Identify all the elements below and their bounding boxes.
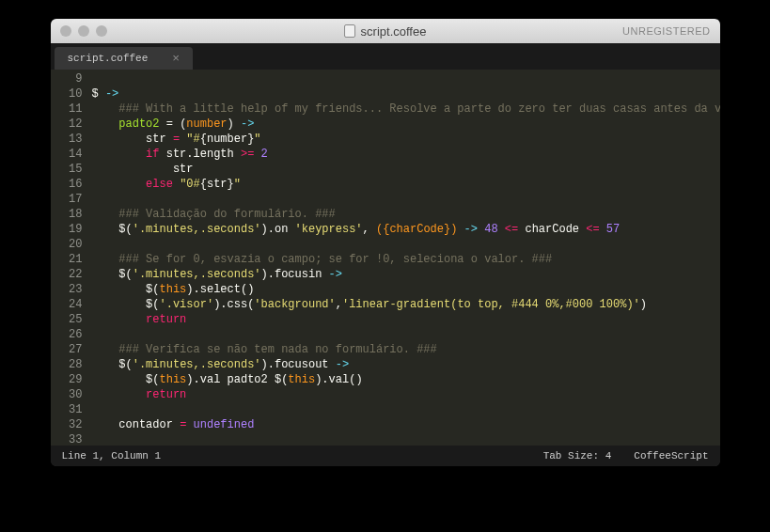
line-number: 24 xyxy=(53,297,83,312)
code-line[interactable] xyxy=(90,327,720,342)
code-line[interactable]: $('.visor').css('background','linear-gra… xyxy=(90,297,720,312)
code-line[interactable]: if str.length >= 2 xyxy=(90,147,720,162)
code-line[interactable]: $('.minutes,.seconds').focusout -> xyxy=(90,357,720,372)
line-number: 10 xyxy=(53,86,83,102)
line-number: 14 xyxy=(53,147,83,162)
code-line[interactable]: $('.minutes,.seconds').focusin -> xyxy=(90,267,720,282)
line-number: 19 xyxy=(53,222,83,237)
line-number: 26 xyxy=(53,327,83,342)
line-number: 20 xyxy=(53,237,83,252)
code-line[interactable]: $(this).select() xyxy=(90,282,720,297)
window-title: script.coffee xyxy=(344,24,427,39)
line-number: 15 xyxy=(53,162,83,177)
tab-size-selector[interactable]: Tab Size: 4 xyxy=(543,450,612,462)
close-icon[interactable]: × xyxy=(172,52,180,66)
tab-script-coffee[interactable]: script.coffee × xyxy=(55,47,194,70)
editor-area[interactable]: 9101112131415161718192021222324252627282… xyxy=(51,70,720,446)
traffic-lights xyxy=(60,25,107,37)
line-number: 30 xyxy=(53,387,83,402)
tabbar: script.coffee × xyxy=(51,43,720,70)
line-number: 27 xyxy=(53,342,83,357)
close-window-button[interactable] xyxy=(60,25,71,37)
code-line[interactable] xyxy=(90,432,720,446)
line-number: 13 xyxy=(53,132,83,147)
line-number: 29 xyxy=(53,372,83,387)
line-number: 11 xyxy=(53,102,83,117)
window-title-text: script.coffee xyxy=(361,24,427,39)
code-line[interactable] xyxy=(90,192,720,207)
line-number: 17 xyxy=(53,192,83,207)
titlebar[interactable]: script.coffee UNREGISTERED xyxy=(51,19,720,43)
cursor-position[interactable]: Line 1, Column 1 xyxy=(62,450,162,462)
line-number: 9 xyxy=(53,71,83,86)
code-line[interactable]: ### Verifica se não tem nada no formulár… xyxy=(90,342,720,357)
line-number: 21 xyxy=(53,252,83,267)
line-number: 32 xyxy=(53,417,83,432)
line-number: 16 xyxy=(53,177,83,192)
line-number: 18 xyxy=(53,207,83,222)
code-line[interactable]: ### Validação do formulário. ### xyxy=(90,207,720,222)
line-number: 28 xyxy=(53,357,83,372)
code-line[interactable] xyxy=(90,71,720,86)
line-number: 23 xyxy=(53,282,83,297)
code-line[interactable] xyxy=(90,237,720,252)
line-number: 25 xyxy=(53,312,83,327)
code-line[interactable]: contador = undefined xyxy=(90,417,720,432)
maximize-window-button[interactable] xyxy=(96,25,107,37)
line-number: 12 xyxy=(53,117,83,132)
line-number: 33 xyxy=(53,432,83,446)
code-line[interactable]: ### With a little help of my friends... … xyxy=(90,102,720,117)
tab-label: script.coffee xyxy=(68,53,149,64)
code-content[interactable]: $ -> ### With a little help of my friend… xyxy=(90,70,720,446)
statusbar: Line 1, Column 1 Tab Size: 4 CoffeeScrip… xyxy=(51,446,720,466)
code-line[interactable]: padto2 = (number) -> xyxy=(90,117,720,132)
code-line[interactable]: else "0#{str}" xyxy=(90,177,720,192)
editor-window: script.coffee UNREGISTERED script.coffee… xyxy=(51,19,720,466)
code-line[interactable]: $(this).val padto2 $(this).val() xyxy=(90,372,720,387)
file-icon xyxy=(344,24,355,38)
unregistered-label: UNREGISTERED xyxy=(622,25,710,37)
code-line[interactable] xyxy=(90,402,720,417)
code-line[interactable]: str xyxy=(90,162,720,177)
code-line[interactable]: $('.minutes,.seconds').on 'keypress', ({… xyxy=(90,222,720,237)
code-line[interactable]: return xyxy=(90,312,720,327)
line-number: 31 xyxy=(53,402,83,417)
code-line[interactable]: return xyxy=(90,387,720,402)
line-number: 22 xyxy=(53,267,83,282)
minimize-window-button[interactable] xyxy=(78,25,89,37)
code-line[interactable]: ### Se for 0, esvazia o campo; se for !0… xyxy=(90,252,720,267)
code-line[interactable]: str = "#{number}" xyxy=(90,132,720,147)
line-number-gutter: 9101112131415161718192021222324252627282… xyxy=(51,70,90,446)
syntax-selector[interactable]: CoffeeScript xyxy=(634,450,708,462)
code-line[interactable]: $ -> xyxy=(90,86,720,102)
